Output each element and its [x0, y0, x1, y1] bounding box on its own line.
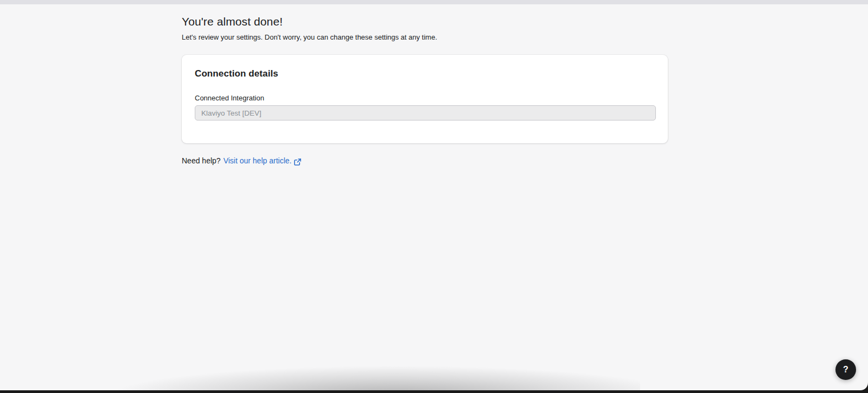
- connection-details-card: Connection details Connected Integration: [182, 55, 668, 143]
- card-title: Connection details: [195, 68, 655, 79]
- bottom-window-shadow: [98, 358, 640, 390]
- connected-integration-field: Connected Integration: [195, 94, 655, 121]
- external-link-icon: [294, 157, 301, 164]
- page-title: You're almost done!: [182, 14, 668, 29]
- help-prefix-text: Need help?: [182, 155, 221, 166]
- page-subtitle: Let's review your settings. Don't worry,…: [182, 33, 668, 42]
- help-line: Need help? Visit our help article.: [182, 155, 668, 166]
- help-link-label: Visit our help article.: [224, 155, 292, 166]
- top-strip: [0, 0, 868, 4]
- connected-integration-label: Connected Integration: [195, 94, 655, 102]
- help-fab-button[interactable]: ?: [835, 359, 856, 380]
- help-article-link[interactable]: Visit our help article.: [224, 155, 302, 166]
- main-column: You're almost done! Let's review your se…: [182, 4, 668, 166]
- browser-frame: You're almost done! Let's review your se…: [0, 0, 868, 393]
- content-panel: You're almost done! Let's review your se…: [0, 0, 868, 390]
- bottom-frame-bar: [0, 390, 868, 393]
- connected-integration-input[interactable]: [195, 105, 656, 121]
